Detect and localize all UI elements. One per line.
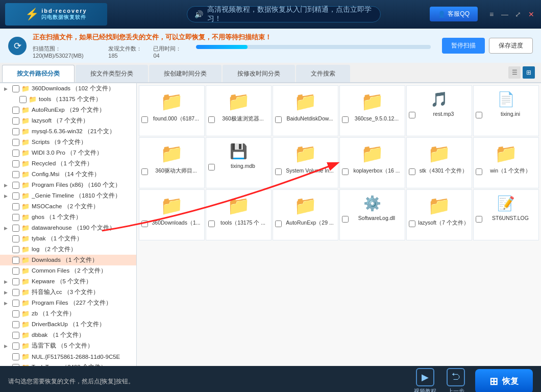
grid-item-checkbox[interactable] xyxy=(409,112,415,118)
tree-item[interactable]: 📁tybak （1 个文件） xyxy=(0,233,136,244)
tree-item[interactable]: ▶📁Kepware （5 个文件） xyxy=(0,276,136,287)
tree-item[interactable]: ▶📁迅雷下载 （5 个文件） xyxy=(0,340,136,351)
tree-checkbox[interactable] xyxy=(19,96,27,103)
tree-checkbox[interactable] xyxy=(12,257,19,264)
tree-item[interactable]: ▶📁Program Files （227 个文件） xyxy=(0,298,136,308)
grid-item-checkbox[interactable] xyxy=(275,220,282,227)
tree-checkbox[interactable] xyxy=(12,192,19,200)
tree-expand-icon[interactable]: ▶ xyxy=(4,226,10,231)
tree-item[interactable]: 📁log （2 个文件） xyxy=(0,244,136,255)
tree-item[interactable]: ▶📁datawarehouse （190 个文件） xyxy=(0,223,136,233)
tree-item[interactable]: ▶📁360Downloads （102 个文件） xyxy=(0,83,136,94)
grid-file-item[interactable]: 📁koplayerbox（16 ... xyxy=(339,137,405,188)
grid-file-item[interactable]: 📁360极速浏览器... xyxy=(206,85,272,136)
tree-expand-icon[interactable]: ▶ xyxy=(4,86,10,91)
tab-search[interactable]: 文件搜索 xyxy=(296,65,350,82)
grid-item-checkbox[interactable] xyxy=(141,168,148,175)
grid-item-checkbox[interactable] xyxy=(275,116,282,123)
grid-view-button[interactable]: ⊞ xyxy=(523,66,535,79)
tree-checkbox[interactable] xyxy=(12,128,19,135)
back-button[interactable]: ⮌ 上一步 xyxy=(447,368,465,393)
list-view-button[interactable]: ☰ xyxy=(508,66,521,79)
grid-file-item[interactable]: 📁tools（13175 个 ... xyxy=(206,189,272,240)
tab-modify-time[interactable]: 按修改时间分类 xyxy=(223,65,295,82)
tree-checkbox[interactable] xyxy=(12,235,19,242)
tree-item[interactable]: 📁Common Files （2 个文件） xyxy=(0,265,136,276)
grid-item-checkbox[interactable] xyxy=(208,164,215,170)
tree-item[interactable]: ▶📁抖音输入cc （3 个文件） xyxy=(0,287,136,298)
grid-file-item[interactable]: 📄tixing.ini xyxy=(473,85,539,136)
grid-item-checkbox[interactable] xyxy=(409,168,415,175)
tree-item[interactable]: 📁mysql-5.6.36-win32 （21个文） xyxy=(0,126,136,137)
tree-checkbox[interactable] xyxy=(12,214,19,221)
tree-item[interactable]: 📁Config.Msi （14 个文件） xyxy=(0,169,136,180)
tree-checkbox[interactable] xyxy=(12,203,19,210)
grid-item-checkbox[interactable] xyxy=(208,116,215,123)
tree-checkbox[interactable] xyxy=(12,342,19,350)
tree-checkbox[interactable] xyxy=(12,182,19,189)
tree-item[interactable]: 📁lazysoft （7 个文件） xyxy=(0,115,136,126)
grid-file-item[interactable]: 📁AutoRunExp（29 ... xyxy=(273,189,338,240)
close-icon[interactable]: ✕ xyxy=(527,10,536,18)
grid-item-checkbox[interactable] xyxy=(342,116,349,123)
tab-create-time[interactable]: 按创建时间分类 xyxy=(149,65,222,82)
tree-item[interactable]: 📁dbbak （1 个文件） xyxy=(0,330,136,340)
grid-file-item[interactable]: 💾tixing.mdb xyxy=(206,137,272,188)
tree-checkbox[interactable] xyxy=(12,150,19,157)
grid-item-checkbox[interactable] xyxy=(476,168,482,175)
tree-item[interactable]: 📁NUL.{F5175861-2688-11d0-9C5E xyxy=(0,351,136,362)
grid-item-checkbox[interactable] xyxy=(141,220,148,227)
grid-item-checkbox[interactable] xyxy=(342,168,349,175)
tree-item[interactable]: 📁AutoRunExp （29 个文件） xyxy=(0,105,136,115)
tree-checkbox[interactable] xyxy=(12,225,19,232)
tree-checkbox[interactable] xyxy=(12,139,19,146)
tree-checkbox[interactable] xyxy=(12,85,19,92)
tree-checkbox[interactable] xyxy=(12,353,19,360)
tree-expand-icon[interactable]: ▶ xyxy=(4,344,10,349)
tree-checkbox[interactable] xyxy=(12,278,19,285)
tree-checkbox[interactable] xyxy=(12,171,19,178)
tree-expand-icon[interactable]: ▶ xyxy=(4,301,10,306)
tree-checkbox[interactable] xyxy=(12,321,19,328)
grid-file-item[interactable]: 📁System Volume In... xyxy=(273,137,338,188)
tree-item[interactable]: ▶📁_Genie Timeline （1810 个文件） xyxy=(0,190,136,201)
tree-item[interactable]: 📁Recycled （1 个文件） xyxy=(0,158,136,169)
grid-file-item[interactable]: 📁win（1 个文件） xyxy=(473,137,539,188)
tree-expand-icon[interactable]: ▶ xyxy=(4,290,10,295)
tree-item[interactable]: 📁Downloads （1 个文件） xyxy=(0,255,136,265)
tree-item[interactable]: 📁tools （13175 个文件） xyxy=(0,94,136,105)
minimize-icon[interactable]: — xyxy=(500,10,509,18)
maximize-icon[interactable]: ⤢ xyxy=(513,10,523,18)
grid-file-item[interactable]: 📁360cse_9.5.0.12... xyxy=(339,85,405,136)
tree-checkbox[interactable] xyxy=(12,267,19,275)
grid-item-checkbox[interactable] xyxy=(476,112,482,118)
tree-checkbox[interactable] xyxy=(12,310,19,317)
grid-file-item[interactable]: 📝ST6UNST.LOG xyxy=(473,189,539,240)
grid-file-item[interactable]: 📁BaiduNetdiskDow... xyxy=(273,85,338,136)
grid-item-checkbox[interactable] xyxy=(409,220,415,227)
grid-file-item[interactable]: ⚙️SoftwareLog.dll xyxy=(339,189,405,240)
grid-item-checkbox[interactable] xyxy=(342,216,349,223)
grid-item-checkbox[interactable] xyxy=(141,116,148,123)
tree-item[interactable]: 📁MSOCache （2 个文件） xyxy=(0,201,136,212)
tree-checkbox[interactable] xyxy=(12,332,19,339)
tree-checkbox[interactable] xyxy=(12,300,19,307)
tree-item[interactable]: 📁Scripts （9 个文件） xyxy=(0,137,136,148)
save-progress-button[interactable]: 保存进度 xyxy=(489,38,533,54)
grid-item-checkbox[interactable] xyxy=(275,168,282,175)
grid-file-item[interactable]: 📁360驱动大师目... xyxy=(139,137,205,188)
grid-file-item[interactable]: 📁found.000（6187... xyxy=(139,85,205,136)
tree-checkbox[interactable] xyxy=(12,117,19,125)
search-bar[interactable]: 🔊 高清视频教程，数据恢复从入门到精通，点击立即学习！ xyxy=(187,6,381,22)
grid-item-checkbox[interactable] xyxy=(208,220,215,227)
menu-icon[interactable]: ≡ xyxy=(487,10,496,18)
tree-item[interactable]: ▶📁Program Files (x86) （160 个文） xyxy=(0,180,136,190)
tree-item[interactable]: 📁ghos （1 个文件） xyxy=(0,212,136,223)
tree-checkbox[interactable] xyxy=(12,160,19,167)
tree-item[interactable]: 📁zb （1 个文件） xyxy=(0,308,136,319)
tab-type[interactable]: 按文件类型分类 xyxy=(76,65,148,82)
video-tutorial-button[interactable]: ▶ 视频教程 xyxy=(414,368,436,393)
qq-button[interactable]: 👤 客服QQ xyxy=(430,7,478,21)
tree-checkbox[interactable] xyxy=(12,107,19,114)
grid-file-item[interactable]: 📁stk（4301 个文件） xyxy=(406,137,472,188)
